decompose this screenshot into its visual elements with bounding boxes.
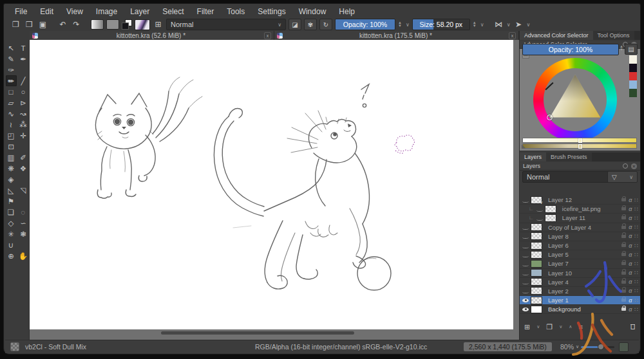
layer-row-layer-8[interactable]: Layer 8 α ∷	[520, 232, 640, 241]
lock-icon[interactable]	[621, 207, 626, 210]
lightness-strip[interactable]	[522, 138, 637, 143]
chevron-down-icon[interactable]: ∨	[527, 22, 531, 28]
visibility-eye-icon[interactable]	[522, 288, 529, 294]
swatch-lightblue[interactable]	[629, 80, 637, 89]
layer-opacity-stepper[interactable]: ▲▼	[620, 45, 625, 51]
workspace-chooser-icon[interactable]: ⊞	[153, 19, 164, 30]
fill-tool[interactable]: ◈	[6, 174, 17, 185]
swatch-red[interactable]	[629, 72, 637, 80]
lock-icon[interactable]	[621, 198, 626, 201]
inherit-alpha-icon[interactable]: ∷	[634, 206, 638, 212]
inherit-alpha-icon[interactable]: ∷	[634, 288, 638, 294]
menu-settings[interactable]: Settings	[252, 6, 291, 17]
visibility-eye-icon[interactable]	[522, 252, 529, 258]
chevron-down-icon[interactable]: ∨	[480, 22, 484, 28]
menu-image[interactable]: Image	[90, 6, 123, 17]
alpha-lock-icon[interactable]: α	[629, 297, 632, 304]
visibility-eye-icon[interactable]	[522, 243, 529, 249]
menu-select[interactable]: Select	[156, 6, 189, 17]
alpha-lock-icon[interactable]: α	[629, 224, 632, 230]
multibrush-tool[interactable]: ⁂	[18, 119, 29, 130]
crop-tool[interactable]: ⊡	[6, 141, 17, 152]
layer-row-layer-6[interactable]: Layer 6 α ∷	[520, 241, 640, 250]
polygon-select-tool[interactable]: ◇	[6, 217, 17, 228]
mirror-horizontal-icon[interactable]: ⋈	[493, 19, 504, 30]
lock-icon[interactable]	[621, 262, 626, 265]
hue-ring[interactable]	[533, 58, 617, 142]
inherit-alpha-icon[interactable]: ∷	[634, 233, 638, 239]
ellipse-select-tool[interactable]: ◌	[18, 207, 29, 217]
lock-icon[interactable]	[621, 290, 626, 293]
freehand-select-tool[interactable]: ∽	[18, 217, 29, 228]
tab-brush-presets[interactable]: Brush Presets	[546, 152, 592, 161]
swatch-dark[interactable]	[629, 64, 637, 72]
close-icon[interactable]: x	[509, 32, 516, 39]
chevron-down-icon[interactable]: ∨	[406, 22, 410, 28]
close-icon[interactable]: x	[264, 32, 271, 39]
lock-icon[interactable]	[621, 272, 626, 275]
inherit-alpha-icon[interactable]: ∷	[634, 261, 638, 267]
lock-icon[interactable]	[621, 244, 626, 247]
edit-shapes-tool[interactable]: ✎	[6, 53, 17, 64]
layer-row-copy-of-layer-4[interactable]: Copy of Layer 4 α ∷	[520, 223, 640, 232]
visibility-eye-icon[interactable]	[522, 306, 529, 313]
zoom-slider[interactable]	[581, 346, 614, 348]
bezier-select-tool[interactable]: ❃	[18, 228, 29, 239]
bezier-pen-tool[interactable]: ✑	[6, 64, 17, 75]
layer-filter-button[interactable]: ▽ ∨	[607, 171, 638, 183]
open-document-icon[interactable]: ❒	[24, 19, 35, 30]
alpha-lock-icon[interactable]: α	[629, 206, 632, 212]
redo-icon[interactable]: ↷	[71, 19, 82, 30]
alpha-lock-icon[interactable]: α	[629, 306, 632, 313]
zoom-tool[interactable]: ⊕	[6, 250, 17, 261]
alpha-lock-icon[interactable]: α	[629, 261, 632, 267]
pattern-swatch[interactable]	[106, 19, 119, 30]
opacity-stepper[interactable]: ▲▼	[398, 21, 403, 28]
line-tool[interactable]: ╱	[18, 75, 29, 86]
menu-view[interactable]: View	[61, 6, 89, 17]
inherit-alpha-icon[interactable]: ∷	[634, 215, 638, 221]
alpha-lock-icon[interactable]: α	[629, 279, 632, 285]
visibility-eye-icon[interactable]	[522, 233, 529, 239]
eraser-mode-button[interactable]: ◪	[289, 19, 301, 30]
layer-list-options-button[interactable]: ▤	[625, 44, 638, 55]
freehand-path-tool[interactable]: ↝	[18, 108, 29, 119]
lock-icon[interactable]	[621, 226, 626, 229]
inherit-alpha-icon[interactable]: ∷	[634, 270, 638, 276]
new-document-icon[interactable]: ❐	[10, 19, 21, 30]
zoom-slider-thumb[interactable]	[598, 344, 604, 350]
ellipse-tool[interactable]: ○	[18, 86, 29, 97]
chevron-down-icon[interactable]: ∨	[507, 22, 511, 28]
menu-file[interactable]: File	[9, 6, 33, 17]
advanced-color-selector[interactable]: ▤ ◣	[520, 49, 640, 151]
layer-row-layer-11[interactable]: Layer 11 α ∷	[520, 214, 640, 223]
swatch-green[interactable]	[629, 89, 637, 97]
layer-row-layer-12[interactable]: Layer 12 α ∷	[520, 196, 640, 205]
visibility-eye-icon[interactable]	[536, 215, 543, 221]
move-layer-up-button[interactable]: ∧	[569, 324, 572, 329]
assistants-tool[interactable]: ◹	[18, 185, 29, 196]
select-shapes-tool[interactable]: ↖	[6, 42, 17, 53]
visibility-eye-icon[interactable]	[522, 261, 529, 267]
alpha-lock-icon[interactable]: α	[629, 197, 632, 203]
layer-row-background[interactable]: Background α ∷	[520, 305, 640, 314]
swatch-cream[interactable]	[629, 55, 637, 64]
add-layer-button[interactable]: ⊞	[524, 323, 530, 331]
tab-layers[interactable]: Layers	[520, 152, 546, 161]
visibility-eye-icon[interactable]	[522, 197, 529, 203]
inherit-alpha-icon[interactable]: ∷	[634, 243, 638, 249]
menu-edit[interactable]: Edit	[34, 6, 59, 17]
reference-images-tool[interactable]: ⚑	[6, 196, 17, 207]
undo-icon[interactable]: ↶	[57, 19, 68, 30]
inherit-alpha-icon[interactable]: ∷	[634, 306, 638, 313]
pan-tool[interactable]: ✋	[18, 250, 29, 261]
lock-icon[interactable]	[621, 281, 626, 284]
text-tool[interactable]: T	[18, 42, 29, 53]
brush-preset-thumbnail[interactable]	[135, 19, 150, 30]
float-docker-icon[interactable]	[623, 163, 628, 169]
tab-advanced-color-selector[interactable]: Advanced Color Selector	[520, 31, 593, 40]
rect-select-tool[interactable]: ❏	[6, 207, 17, 217]
colorize-mask-tool[interactable]: ❖	[18, 163, 29, 174]
dynamic-brush-tool[interactable]: ≀	[6, 119, 17, 130]
alpha-lock-icon[interactable]: α	[629, 252, 632, 258]
